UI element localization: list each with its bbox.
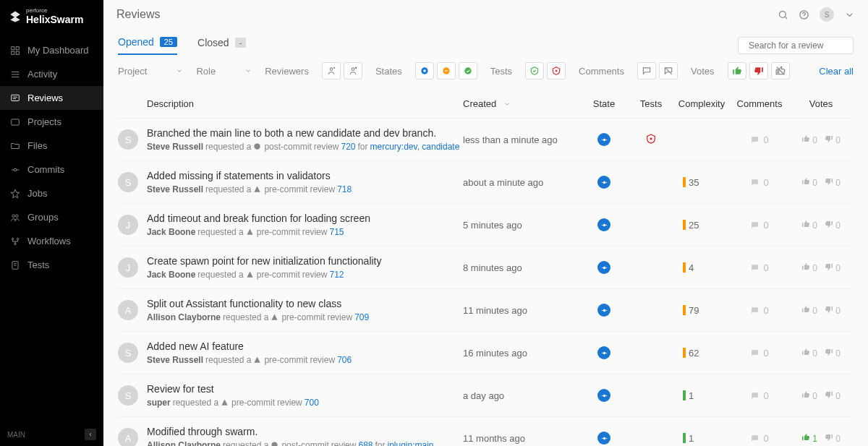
state-needs-review-button[interactable] (415, 62, 434, 80)
user-avatar[interactable]: S (820, 7, 834, 22)
review-id-link[interactable]: 712 (329, 270, 344, 280)
vote-up[interactable]: 0 (801, 390, 817, 401)
votes-down-button[interactable] (749, 62, 768, 80)
chevron-down-icon (176, 67, 183, 74)
review-id-link[interactable]: 720 (341, 142, 355, 152)
svg-point-51 (603, 394, 605, 397)
search-icon[interactable] (778, 9, 788, 20)
col-state[interactable]: State (579, 98, 629, 109)
nav-groups[interactable]: Groups (0, 205, 103, 229)
vote-down[interactable]: 0 (825, 433, 841, 444)
header-actions: S (778, 7, 855, 22)
col-tests[interactable]: Tests (629, 98, 673, 109)
vote-up[interactable]: 0 (801, 134, 817, 145)
tab-closed[interactable]: Closed - (197, 37, 246, 54)
comments-none-button[interactable] (659, 62, 678, 80)
author-avatar: A (118, 428, 138, 446)
vote-down[interactable]: 0 (825, 262, 841, 273)
nav-files[interactable]: Files (0, 134, 103, 158)
jobs-icon (10, 189, 20, 199)
vote-down[interactable]: 0 (825, 305, 841, 316)
table-row[interactable]: J Add timeout and break function for loa… (118, 204, 854, 246)
vote-up[interactable]: 0 (801, 305, 817, 316)
vote-down[interactable]: 0 (825, 348, 841, 359)
nav-jobs[interactable]: Jobs (0, 181, 103, 205)
table-row[interactable]: A Modified through swarm. Allison Claybo… (118, 417, 854, 446)
review-subtitle: Allison Clayborne requested a post-commi… (147, 440, 463, 446)
filter-votes-label: Votes (691, 66, 715, 77)
created-time: 5 minutes ago (463, 220, 579, 231)
reviewers-none-button[interactable] (344, 62, 362, 80)
comments-has-button[interactable] (637, 62, 656, 80)
chevron-down-icon[interactable] (844, 9, 855, 20)
vote-up[interactable]: 1 (801, 433, 817, 444)
table-row[interactable]: S Added missing if statements in validat… (118, 161, 854, 204)
review-id-link[interactable]: 700 (305, 398, 319, 408)
svg-point-16 (12, 238, 13, 239)
created-time: 8 minutes ago (463, 262, 579, 273)
table-row[interactable]: S Review for test super requested a pre-… (118, 374, 854, 417)
col-comments[interactable]: Comments (731, 98, 788, 109)
svg-point-49 (603, 309, 605, 312)
state-needs-revision-button[interactable] (437, 62, 456, 80)
filter-project[interactable]: Project (118, 63, 183, 80)
nav-projects[interactable]: Projects (0, 110, 103, 134)
state-needs-review-icon (597, 346, 610, 359)
col-complexity[interactable]: Complexity (673, 98, 731, 109)
vote-down[interactable]: 0 (825, 220, 841, 231)
vote-down[interactable]: 0 (825, 177, 841, 188)
votes-none-button[interactable] (771, 62, 790, 80)
footer-label: MAIN (7, 431, 25, 439)
complexity-value: 25 (689, 220, 699, 231)
commit-type-icon (253, 185, 262, 194)
table-row[interactable]: S Branched the main line to both a new c… (118, 119, 854, 161)
filter-role[interactable]: Role (196, 63, 252, 80)
nav-commits[interactable]: Commits (0, 158, 103, 181)
search-input[interactable] (749, 40, 857, 51)
vote-up[interactable]: 0 (801, 220, 817, 231)
svg-point-46 (603, 181, 605, 184)
review-id-link[interactable]: 709 (354, 312, 369, 322)
vote-up[interactable]: 0 (801, 262, 817, 273)
comments-count: 0 (731, 177, 788, 188)
review-id-link[interactable]: 688 (358, 440, 373, 446)
vote-up[interactable]: 0 (801, 177, 817, 188)
table-row[interactable]: A Split out Assistant functionality to n… (118, 289, 854, 332)
col-votes[interactable]: Votes (788, 98, 854, 109)
brand-logo[interactable]: perforce HelixSwarm (0, 0, 103, 33)
vote-up[interactable]: 0 (801, 348, 817, 359)
review-id-link[interactable]: 706 (337, 355, 352, 365)
votes-up-button[interactable] (728, 62, 746, 80)
reviewers-has-button[interactable] (322, 62, 341, 80)
nav-tests[interactable]: Tests (0, 253, 103, 277)
commit-type-icon (271, 441, 279, 446)
tests-fail-button[interactable] (547, 62, 566, 80)
clear-all-link[interactable]: Clear all (819, 66, 854, 77)
nav-reviews[interactable]: Reviews (0, 86, 103, 110)
nav-dashboard[interactable]: My Dashboard (0, 38, 103, 62)
author-name: super (147, 398, 171, 408)
reviews-table: Description Created State Tests Complexi… (103, 90, 868, 446)
vote-down[interactable]: 0 (825, 134, 841, 145)
collapse-sidebar[interactable] (85, 429, 96, 440)
nav: My Dashboard Activity Reviews Projects F… (0, 33, 103, 423)
state-approved-button[interactable] (459, 62, 477, 80)
files-icon (10, 141, 20, 151)
header: Reviews S (103, 0, 868, 29)
table-row[interactable]: S Added new AI feature Steve Russell req… (118, 332, 854, 374)
table-row[interactable]: J Create spawn point for new initializat… (118, 246, 854, 289)
review-id-link[interactable]: 715 (329, 227, 344, 237)
tab-opened[interactable]: Opened 25 (118, 36, 177, 55)
tests-pass-button[interactable] (525, 62, 544, 80)
review-search[interactable] (738, 37, 854, 54)
nav-activity[interactable]: Activity (0, 62, 103, 86)
created-time: 11 minutes ago (463, 305, 579, 316)
tests-icon (10, 260, 20, 270)
complexity-bar (683, 433, 686, 443)
help-icon[interactable] (799, 9, 809, 20)
col-description[interactable]: Description (147, 98, 463, 109)
col-created[interactable]: Created (463, 98, 579, 109)
nav-workflows[interactable]: Workflows (0, 229, 103, 253)
vote-down[interactable]: 0 (825, 390, 841, 401)
review-id-link[interactable]: 718 (337, 184, 352, 194)
